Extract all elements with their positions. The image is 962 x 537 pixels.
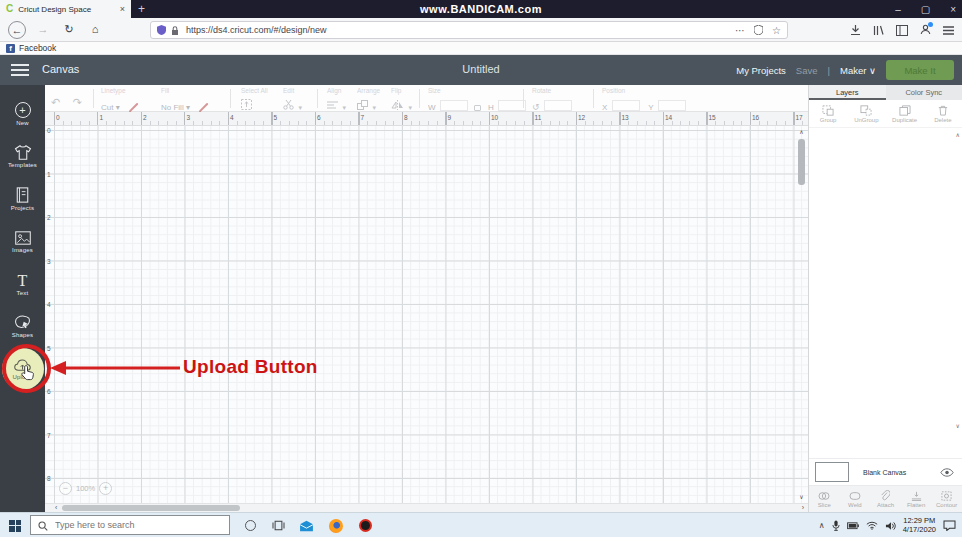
group-button[interactable]: Group <box>809 100 847 127</box>
mail-button[interactable] <box>294 513 318 537</box>
forward-button[interactable]: → <box>34 21 52 39</box>
horizontal-scroll-thumb[interactable] <box>62 505 240 511</box>
start-button[interactable] <box>0 513 30 537</box>
arrange-dropdown[interactable]: Arrange ▾ <box>357 87 380 114</box>
weld-button[interactable]: Weld <box>840 486 871 512</box>
task-view-button[interactable] <box>266 513 290 537</box>
sidebar-item-templates[interactable]: Templates <box>0 136 45 179</box>
ruler-number: 17 <box>796 114 803 121</box>
ungroup-button[interactable]: UnGroup <box>847 100 885 127</box>
window-minimize-button[interactable]: – <box>895 4 901 15</box>
downloads-icon[interactable] <box>850 25 861 36</box>
panel-scroll-down-icon[interactable]: ∨ <box>956 422 960 429</box>
network-wifi-icon[interactable] <box>866 521 878 530</box>
blank-canvas-row[interactable]: Blank Canvas <box>809 458 962 485</box>
ruler-number: 16 <box>752 114 759 121</box>
redo-icon[interactable]: ↷ <box>73 96 82 108</box>
bandicam-icon <box>359 519 372 532</box>
vertical-scroll-thumb[interactable] <box>798 139 805 185</box>
select-all-button[interactable]: Select All <box>241 87 268 114</box>
zoom-in-button[interactable]: + <box>99 482 112 495</box>
ruler-number: 3 <box>187 114 191 121</box>
make-it-button[interactable]: Make It <box>886 60 954 80</box>
edit-dropdown[interactable]: Edit ▾ <box>283 87 302 114</box>
canvas-vertical-scrollbar[interactable]: ∧ ∨ <box>796 128 807 500</box>
height-input[interactable] <box>498 100 526 111</box>
size-lock-icon[interactable] <box>474 105 481 111</box>
search-input[interactable] <box>53 516 225 534</box>
scroll-left-arrow[interactable]: ‹ <box>55 504 57 512</box>
width-input[interactable] <box>440 100 468 111</box>
linetype-dropdown[interactable]: Cut ▾ <box>101 103 120 112</box>
firefox-button[interactable] <box>324 513 348 537</box>
ruler-number: 8 <box>47 475 51 482</box>
duplicate-button[interactable]: Duplicate <box>886 100 924 127</box>
zoom-out-button[interactable]: − <box>59 482 72 495</box>
horizontal-ruler: 01234567891011121314151617 <box>45 112 808 126</box>
scroll-right-arrow[interactable]: › <box>802 504 804 512</box>
tab-layers[interactable]: Layers <box>809 85 886 100</box>
position-x-input[interactable] <box>612 100 640 111</box>
taskbar-search[interactable] <box>30 515 230 535</box>
window-maximize-button[interactable]: ▢ <box>921 4 930 15</box>
flip-dropdown[interactable]: Flip ▾ <box>391 87 412 114</box>
taskbar-clock[interactable]: 12:29 PM 4/17/2020 <box>903 517 936 534</box>
panel-scroll-up-icon[interactable]: ∧ <box>956 131 960 138</box>
tray-chevron-icon[interactable]: ∧ <box>819 521 825 530</box>
sidebar-item-text[interactable]: T Text <box>0 263 45 306</box>
menu-icon[interactable] <box>943 26 954 35</box>
url-bar[interactable]: ⋯ ☆ <box>150 21 788 39</box>
window-close-button[interactable]: × <box>950 4 956 15</box>
microphone-icon[interactable] <box>832 520 840 531</box>
reload-button[interactable]: ↻ <box>60 21 78 39</box>
home-button[interactable]: ⌂ <box>86 21 104 39</box>
tab-color-sync[interactable]: Color Sync <box>886 85 962 100</box>
flatten-button[interactable]: Flatten <box>901 486 932 512</box>
bandicam-button[interactable] <box>353 513 377 537</box>
bookmarks-bar: f Facebook <box>0 42 962 55</box>
battery-icon[interactable] <box>847 521 859 530</box>
fill-dropdown[interactable]: No Fill ▾ <box>161 103 190 112</box>
my-projects-link[interactable]: My Projects <box>736 65 786 76</box>
position-y-input[interactable] <box>658 100 686 111</box>
rotate-input[interactable] <box>544 100 572 111</box>
ruler-number: 2 <box>143 114 147 121</box>
rotate-icon: ↺ <box>532 102 540 112</box>
align-dropdown[interactable]: Align ▾ <box>327 87 346 114</box>
contour-button[interactable]: Contour <box>931 486 962 512</box>
save-button[interactable]: Save <box>796 65 818 76</box>
action-center-icon[interactable] <box>943 520 956 531</box>
shapes-icon <box>15 315 31 330</box>
attach-button[interactable]: Attach <box>870 486 901 512</box>
url-input[interactable] <box>184 24 730 36</box>
visibility-eye-icon[interactable] <box>940 468 954 477</box>
scroll-up-arrow[interactable]: ∧ <box>796 128 807 135</box>
library-icon[interactable] <box>873 25 884 36</box>
sidebar-item-new[interactable]: + New <box>0 93 45 136</box>
cortana-icon <box>245 520 256 531</box>
design-canvas[interactable]: 012345678 − 100% + ∧ ∨ <box>45 126 808 503</box>
page-actions-icon[interactable]: ⋯ <box>735 25 745 36</box>
undo-icon[interactable]: ↶ <box>51 96 60 108</box>
bookmark-facebook[interactable]: Facebook <box>19 43 56 53</box>
sidebar-item-images[interactable]: Images <box>0 221 45 264</box>
back-button[interactable]: ← <box>8 21 26 39</box>
sidebar-toggle-icon[interactable] <box>896 25 908 36</box>
windows-logo-icon <box>9 520 21 532</box>
ruler-number: 10 <box>491 114 498 121</box>
ruler-number: 7 <box>361 114 365 121</box>
bookmark-star-icon[interactable]: ☆ <box>772 25 781 36</box>
cortana-button[interactable] <box>238 513 262 537</box>
protections-icon[interactable] <box>754 25 763 35</box>
sidebar-item-projects[interactable]: Projects <box>0 178 45 221</box>
sidebar-item-shapes[interactable]: Shapes <box>0 306 45 349</box>
canvas-horizontal-scrollbar[interactable]: ‹ › <box>45 503 808 512</box>
slice-button[interactable]: Slice <box>809 486 840 512</box>
machine-selector[interactable]: Maker ∨ <box>840 65 876 76</box>
layers-panel: Layers Color Sync Group UnGroup Duplicat… <box>808 85 962 512</box>
speaker-icon[interactable] <box>885 521 896 531</box>
scroll-down-arrow[interactable]: ∨ <box>796 493 807 500</box>
canvas-color-swatch[interactable] <box>815 462 849 482</box>
account-icon[interactable] <box>920 24 931 37</box>
delete-button[interactable]: Delete <box>924 100 962 127</box>
